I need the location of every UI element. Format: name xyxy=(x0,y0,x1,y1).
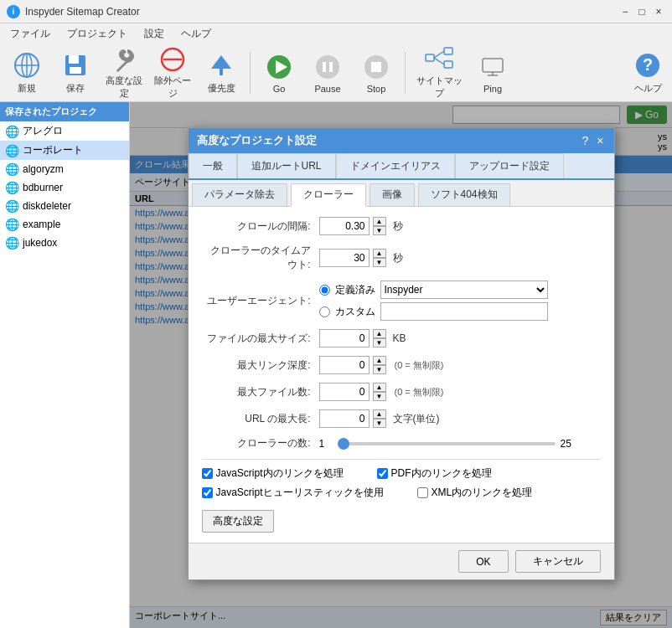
max-file-size-input[interactable] xyxy=(319,329,370,347)
toolbar-sep-1 xyxy=(250,52,251,94)
sidebar-item-bdburner[interactable]: 🌐 bdburner xyxy=(0,178,129,197)
modal-tab-general[interactable]: 一般 xyxy=(189,153,237,178)
timeout-input[interactable] xyxy=(319,249,370,267)
user-agent-custom-input[interactable] xyxy=(380,302,548,321)
sidebar-item-corporate[interactable]: 🌐 コーポレート xyxy=(0,141,129,160)
go-button[interactable]: Go xyxy=(256,47,302,99)
pdf-links-checkbox[interactable] xyxy=(377,468,388,479)
advanced-settings-button[interactable]: 高度な設定 xyxy=(101,47,147,99)
crawl-interval-up[interactable]: ▲ xyxy=(373,217,386,226)
sitemap-icon xyxy=(424,46,454,73)
sidebar-item-example[interactable]: 🌐 example xyxy=(0,215,129,234)
user-agent-select[interactable]: Inspyder Googlebot Custom xyxy=(380,281,548,299)
js-heuristics-label: JavaScriptヒューリスティックを使用 xyxy=(216,486,384,500)
modal-footer: OK キャンセル xyxy=(189,543,614,579)
menu-help[interactable]: ヘルプ xyxy=(178,25,215,43)
sidebar-item-algoryzm[interactable]: 🌐 algoryzm xyxy=(0,160,129,178)
modal-subtabs: パラメータ除去 クローラー 画像 ソフト404検知 xyxy=(189,180,614,207)
xml-links-checkbox[interactable] xyxy=(417,487,428,498)
user-agent-defined-row: 定義済み Inspyder Googlebot Custom xyxy=(319,281,548,299)
wrench-icon xyxy=(109,46,139,73)
max-link-depth-input[interactable] xyxy=(319,356,370,374)
crawlers-slider[interactable] xyxy=(338,442,556,445)
modal-overlay: 高度なプロジェクト設定 ? × 一般 追加ルートURL ドメインエイリアス アッ… xyxy=(130,102,672,628)
crawl-interval-input-wrap: ▲ ▼ 秒 xyxy=(319,217,403,235)
ok-button[interactable]: OK xyxy=(458,550,508,573)
modal-dialog: 高度なプロジェクト設定 ? × 一般 追加ルートURL ドメインエイリアス アッ… xyxy=(188,127,615,580)
menu-settings[interactable]: 設定 xyxy=(141,25,168,43)
priority-button[interactable]: 優先度 xyxy=(198,47,245,99)
save-button[interactable]: 保存 xyxy=(52,47,99,99)
modal-close-button[interactable]: × xyxy=(595,134,605,147)
modal-tab-addurl[interactable]: 追加ルートURL xyxy=(237,153,336,178)
user-agent-label: ユーザーエージェント: xyxy=(202,294,319,308)
priority-icon xyxy=(206,50,236,80)
modal-title-bar: 高度なプロジェクト設定 ? × xyxy=(189,128,614,153)
svg-marker-10 xyxy=(211,55,231,69)
max-file-size-label: ファイルの最大サイズ: xyxy=(202,332,319,346)
globe-icon-bdburner: 🌐 xyxy=(5,181,19,194)
max-link-depth-down[interactable]: ▼ xyxy=(373,365,386,374)
max-link-depth-hint: (0 = 無制限) xyxy=(395,359,444,372)
crawl-interval-label: クロールの間隔: xyxy=(202,219,319,234)
max-url-length-row: URL の最大長: ▲ ▼ 文字(単位) xyxy=(202,409,601,428)
svg-rect-20 xyxy=(444,48,452,54)
checkbox-row-2: JavaScriptヒューリスティックを使用 XML内のリンクを処理 xyxy=(202,486,601,500)
save-icon xyxy=(60,50,90,80)
cancel-button[interactable]: キャンセル xyxy=(515,550,601,573)
crawl-interval-input[interactable] xyxy=(319,217,370,235)
menu-project[interactable]: プロジェクト xyxy=(64,25,131,43)
title-bar: i Inspyder Sitemap Creator − □ × xyxy=(0,0,672,23)
modal-subtab-param[interactable]: パラメータ除去 xyxy=(192,183,287,206)
modal-subtab-soft404[interactable]: ソフト404検知 xyxy=(418,183,510,206)
minimize-button[interactable]: − xyxy=(618,5,632,18)
js-links-checkbox[interactable] xyxy=(202,468,213,479)
max-files-input[interactable] xyxy=(319,383,370,401)
modal-subtab-image[interactable]: 画像 xyxy=(370,183,415,206)
max-files-down[interactable]: ▼ xyxy=(373,392,386,401)
max-url-length-down[interactable]: ▼ xyxy=(373,419,386,428)
stop-icon xyxy=(361,52,391,82)
new-button[interactable]: 新規 xyxy=(3,47,50,99)
timeout-row: クローラーのタイムアウト: ▲ ▼ 秒 xyxy=(202,244,601,272)
sidebar-item-diskdeleter[interactable]: 🌐 diskdeleter xyxy=(0,197,129,215)
max-link-depth-up[interactable]: ▲ xyxy=(373,356,386,365)
svg-rect-24 xyxy=(483,59,503,72)
modal-tab-domain[interactable]: ドメインエイリアス xyxy=(336,153,455,178)
globe-icon-diskdeleter: 🌐 xyxy=(5,199,19,213)
menu-file[interactable]: ファイル xyxy=(7,25,54,43)
pause-button[interactable]: Pause xyxy=(304,47,351,99)
max-files-up[interactable]: ▲ xyxy=(373,383,386,392)
crawl-interval-down[interactable]: ▼ xyxy=(373,226,386,235)
sidebar-item-jukedox[interactable]: 🌐 jukedox xyxy=(0,234,129,252)
svg-rect-5 xyxy=(69,55,79,64)
sitemap-button[interactable]: サイトマップ xyxy=(411,47,468,99)
modal-advanced-button[interactable]: 高度な設定 xyxy=(202,510,274,533)
js-heuristics-checkbox[interactable] xyxy=(202,487,213,498)
help-button[interactable]: ? ヘルプ xyxy=(627,47,669,99)
ping-button[interactable]: Ping xyxy=(469,47,516,99)
globe-icon-algoryzm: 🌐 xyxy=(5,162,19,176)
restore-button[interactable]: □ xyxy=(635,5,649,18)
timeout-spin: ▲ ▼ xyxy=(373,249,386,267)
stop-button[interactable]: Stop xyxy=(353,47,400,99)
user-agent-custom-radio[interactable] xyxy=(319,306,330,317)
modal-help-button[interactable]: ? xyxy=(581,134,591,147)
timeout-label: クローラーのタイムアウト: xyxy=(202,244,319,272)
user-agent-defined-radio[interactable] xyxy=(319,285,330,296)
max-url-length-input[interactable] xyxy=(319,409,370,428)
js-links-label: JavaScript内のリンクを処理 xyxy=(216,466,344,481)
max-file-size-down[interactable]: ▼ xyxy=(373,338,386,347)
close-button[interactable]: × xyxy=(652,5,665,18)
sidebar-item-allegro[interactable]: 🌐 アレグロ xyxy=(0,121,129,141)
modal-subtab-crawler[interactable]: クローラー xyxy=(291,183,366,207)
max-url-length-up[interactable]: ▲ xyxy=(373,409,386,419)
timeout-down[interactable]: ▼ xyxy=(373,258,386,267)
timeout-up[interactable]: ▲ xyxy=(373,249,386,258)
crawl-interval-row: クロールの間隔: ▲ ▼ 秒 xyxy=(202,217,601,235)
max-file-size-up[interactable]: ▲ xyxy=(373,329,386,338)
max-file-size-unit: KB xyxy=(393,332,406,344)
exclude-page-button[interactable]: 除外ページ xyxy=(149,47,196,99)
modal-tab-upload[interactable]: アップロード設定 xyxy=(455,153,564,178)
max-file-size-spin: ▲ ▼ xyxy=(373,329,386,347)
